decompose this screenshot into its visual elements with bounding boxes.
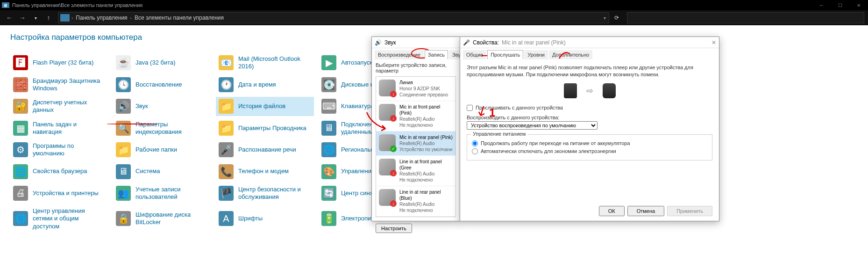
cp-item-label: История файлов [238, 102, 285, 110]
dialog-title-prefix: Свойства: [473, 39, 499, 46]
control-panel-item[interactable]: 📁Параметры Проводника [216, 119, 314, 138]
window-titlebar: ▦ Панель управления\Все элементы панели … [0, 0, 868, 10]
device-name: Mic in at front panel (Pink) [399, 104, 453, 116]
control-panel-item[interactable]: 🖥Система [113, 162, 211, 181]
speaker-icon: 🔊 [375, 39, 382, 46]
device-icon: ↓ [379, 189, 396, 206]
forward-button[interactable]: → [17, 12, 28, 23]
device-item[interactable]: ↓Mic in at front panel (Pink)Realtek(R) … [376, 101, 455, 131]
device-name: Линия [399, 80, 448, 86]
cp-item-icon: 📁 [219, 121, 234, 136]
control-panel-item[interactable]: 📧Mail (Microsoft Outlook 2016) [216, 53, 314, 73]
cp-item-label: Клавиатура [341, 102, 374, 110]
control-panel-item[interactable]: 🌐Свойства браузера [10, 162, 108, 181]
control-panel-item[interactable]: 🕐Дата и время [216, 75, 314, 95]
control-panel-item[interactable]: 👥Учетные записи пользователей [113, 184, 211, 203]
cp-item-label: Параметры индексирования [135, 121, 208, 136]
microphone-icon: 🎤 [463, 39, 470, 46]
dialog-titlebar: 🎤 Свойства: Mic in at rear panel (Pink) … [460, 37, 719, 48]
instruction-text: Выберите устройство записи, параметр [376, 62, 456, 73]
apply-button[interactable]: Применить [667, 206, 712, 216]
control-panel-item[interactable]: 📞Телефон и модем [216, 162, 314, 181]
device-item[interactable]: ↓Line in at front panel (GreeRealtek(R) … [376, 156, 455, 186]
control-panel-item[interactable]: 🕓Восстановление [113, 75, 211, 95]
listen-checkbox[interactable] [467, 105, 473, 111]
control-panel-item[interactable]: 🔒Шифрование диска BitLocker [113, 205, 211, 232]
dialog-tabs: ВоспроизведениеЗаписьЗвукиСвя [372, 48, 460, 59]
device-item[interactable]: ↓ЛинияHonor 9 A2DP SNKСоединение прерван… [376, 77, 455, 101]
tab-дополнительно[interactable]: Дополнительно [549, 50, 592, 59]
control-panel-item[interactable]: 🖨Устройства и принтеры [10, 184, 108, 203]
cancel-button[interactable]: Отмена [627, 206, 664, 216]
ok-button[interactable]: ОК [599, 206, 625, 216]
mic-device-icon [564, 83, 577, 98]
device-status: Не подключено [399, 122, 453, 128]
close-button[interactable]: ✕ [849, 0, 868, 10]
control-panel-item[interactable]: 🎤Распознавание речи [216, 140, 314, 160]
control-panel-item[interactable]: AШрифты [216, 205, 314, 232]
breadcrumb-item[interactable]: Панель управления [73, 15, 130, 21]
cp-item-icon: 🌐 [321, 142, 336, 157]
control-panel-item[interactable]: 🏴Центр безопасности и обслуживания [216, 184, 314, 203]
control-panel-item[interactable]: 🅵Flash Player (32 бита) [10, 53, 108, 73]
annotation-underline [107, 124, 158, 124]
recent-dropdown-icon[interactable]: ▾ [30, 12, 41, 23]
tab-уровни[interactable]: Уровни [524, 50, 548, 59]
device-item[interactable]: ↓Line in at rear panel (Blue)Realtek(R) … [376, 186, 455, 217]
tab-воспроизведение[interactable]: Воспроизведение [375, 50, 424, 59]
control-panel-item[interactable]: 🔊Звук [113, 97, 211, 116]
tab-общие[interactable]: Общие [463, 50, 486, 59]
breadcrumb-item[interactable]: Все элементы панели управления [132, 15, 227, 21]
refresh-button[interactable]: ⟳ [611, 15, 622, 21]
device-icon: ✓ [379, 134, 396, 151]
control-panel-item[interactable]: 🧱Брандмауэр Защитника Windows [10, 75, 108, 95]
group-legend: Управление питанием [471, 131, 527, 137]
power-management-group: Управление питанием Продолжать работу пр… [467, 134, 712, 160]
cp-item-icon: 🎤 [219, 142, 234, 157]
up-button[interactable]: ↑ [43, 12, 54, 23]
cp-item-label: Свойства браузера [33, 168, 87, 175]
cp-item-icon: 🔒 [116, 211, 131, 226]
control-panel-item[interactable]: 🔍Параметры индексирования [113, 119, 211, 138]
cp-item-icon: 🖥 [321, 121, 336, 136]
sound-dialog: 🔊 Звук ВоспроизведениеЗаписьЗвукиСвя Выб… [371, 36, 460, 221]
close-icon[interactable]: ✕ [711, 39, 716, 46]
auto-disable-radio[interactable] [472, 148, 478, 154]
cp-item-label: Шифрование диска BitLocker [135, 211, 208, 226]
device-driver: Realtek(R) Audio [399, 171, 453, 177]
tab-запись[interactable]: Запись [425, 50, 448, 59]
search-input[interactable] [627, 12, 864, 23]
dialog-body: Выберите устройство записи, параметр ↓Ли… [372, 59, 460, 220]
control-panel-item[interactable]: ⚙Программы по умолчанию [10, 140, 108, 160]
control-panel-item[interactable]: 🔐Диспетчер учетных данных [10, 97, 108, 116]
control-panel-item[interactable]: 📁Рабочие папки [113, 140, 211, 160]
control-panel-item[interactable]: ▦Панель задач и навигация [10, 119, 108, 138]
cp-item-icon: 🔄 [321, 186, 336, 201]
cp-item-label: Параметры Проводника [238, 124, 306, 132]
cp-item-label: Программы по умолчанию [33, 142, 106, 158]
cp-item-icon: 🎨 [321, 164, 336, 179]
control-panel-icon [60, 14, 70, 22]
back-button[interactable]: ← [4, 12, 15, 23]
address-dropdown-icon[interactable]: ▾ [601, 15, 609, 21]
maximize-button[interactable]: ☐ [831, 0, 849, 10]
continue-on-battery-radio[interactable] [472, 140, 478, 146]
control-panel-item[interactable]: ☕Java (32 бита) [113, 53, 211, 73]
cp-item-label: Система [135, 168, 160, 175]
cp-item-label: Восстановление [135, 81, 182, 88]
device-item[interactable]: ✓Mic in at rear panel (Pink)Realtek(R) A… [376, 131, 455, 156]
control-panel-item[interactable]: 📁История файлов [216, 97, 314, 116]
address-bar[interactable]: › Панель управления › Все элементы панел… [58, 12, 609, 23]
cp-item-label: Дата и время [238, 81, 276, 88]
minimize-button[interactable]: ─ [812, 0, 831, 10]
configure-button[interactable]: Настроить [376, 224, 412, 233]
cp-item-icon: 🅵 [13, 55, 28, 70]
cp-item-icon: 📧 [219, 55, 234, 70]
cp-item-label: Учетные записи пользователей [135, 186, 208, 201]
playback-device-select[interactable]: Устройство воспроизведения по умолчанию [467, 121, 598, 130]
cp-item-icon: ▶ [321, 55, 336, 70]
device-status: Устройство по умолчани [399, 146, 453, 153]
control-panel-item[interactable]: 🌐Центр управления сетями и общим доступо… [10, 205, 108, 232]
device-list[interactable]: ↓ЛинияHonor 9 A2DP SNKСоединение прерван… [376, 76, 456, 217]
tab-прослушать[interactable]: Прослушать [487, 50, 523, 59]
